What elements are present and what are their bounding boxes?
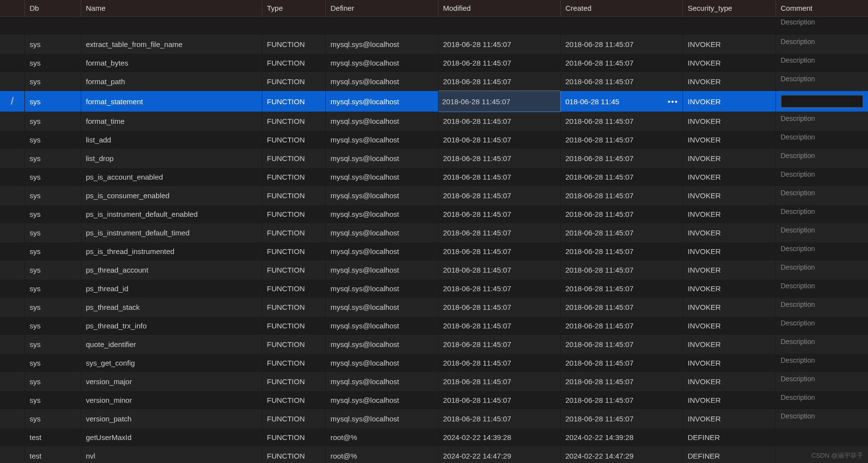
cell-type[interactable]: FUNCTION — [262, 205, 325, 224]
table-row[interactable]: sysps_thread_accountFUNCTIONmysql.sys@lo… — [0, 261, 868, 279]
row-gutter[interactable] — [0, 205, 24, 224]
cell-modified[interactable]: 2018-06-28 11:45:07 — [438, 298, 560, 317]
cell-definer[interactable]: mysql.sys@localhost — [325, 354, 438, 372]
cell-type[interactable]: FUNCTION — [262, 72, 325, 91]
cell-name[interactable]: sys_get_config — [81, 354, 262, 372]
cell-security-type[interactable]: INVOKER — [683, 391, 776, 410]
table-row[interactable]: sysps_is_instrument_default_enabledFUNCT… — [0, 205, 868, 224]
cell-security-type[interactable]: INVOKER — [683, 131, 776, 149]
cell-name[interactable]: format_time — [81, 112, 262, 131]
row-gutter[interactable] — [0, 54, 24, 72]
table-row[interactable]: testgetUserMaxIdFUNCTIONroot@%2024-02-22… — [0, 428, 868, 447]
header-gutter[interactable] — [0, 0, 24, 17]
cell-definer[interactable]: mysql.sys@localhost — [325, 112, 438, 131]
cell-comment[interactable]: Description — [776, 391, 868, 410]
row-gutter[interactable] — [0, 35, 24, 54]
cell-security-type[interactable]: INVOKER — [683, 205, 776, 224]
cell-type[interactable]: FUNCTION — [262, 279, 325, 298]
cell-comment[interactable]: Description — [776, 335, 868, 354]
cell-created[interactable] — [560, 17, 683, 35]
cell-name[interactable]: format_bytes — [81, 54, 262, 72]
cell-modified[interactable]: 2018-06-28 11:45:07 — [438, 168, 560, 186]
cell-name[interactable]: ps_is_account_enabled — [81, 168, 262, 186]
cell-created[interactable]: 2018-06-28 11:45:07 — [560, 168, 683, 186]
cell-definer[interactable]: mysql.sys@localhost — [325, 298, 438, 317]
cell-comment[interactable]: Description — [776, 35, 868, 54]
cell-comment[interactable]: Description — [776, 17, 868, 35]
table-row[interactable]: sysformat_bytesFUNCTIONmysql.sys@localho… — [0, 54, 868, 72]
cell-created[interactable]: 2018-06-28 11:45:07 — [560, 410, 683, 428]
cell-type[interactable]: FUNCTION — [262, 335, 325, 354]
table-row[interactable]: syslist_addFUNCTIONmysql.sys@localhost20… — [0, 131, 868, 149]
cell-definer[interactable]: mysql.sys@localhost — [325, 205, 438, 224]
cell-db[interactable]: sys — [24, 186, 81, 205]
cell-definer[interactable]: mysql.sys@localhost — [325, 224, 438, 242]
cell-comment[interactable]: Description — [776, 354, 868, 372]
cell-name[interactable]: list_drop — [81, 149, 262, 168]
row-gutter[interactable] — [0, 447, 24, 463]
cell-definer[interactable]: root@% — [325, 428, 438, 447]
cell-comment[interactable]: Description — [776, 242, 868, 261]
cell-type[interactable]: FUNCTION — [262, 91, 325, 112]
cell-modified[interactable]: 2018-06-28 11:45:07 — [438, 186, 560, 205]
cell-modified[interactable]: 2018-06-28 11:45:07 — [438, 131, 560, 149]
cell-comment[interactable] — [776, 91, 868, 112]
cell-modified[interactable]: 2018-06-28 11:45:07 — [438, 354, 560, 372]
cell-db[interactable]: sys — [24, 410, 81, 428]
cell-type[interactable]: FUNCTION — [262, 224, 325, 242]
cell-definer[interactable]: root@% — [325, 447, 438, 463]
cell-security-type[interactable]: DEFINER — [683, 447, 776, 463]
cell-definer[interactable]: mysql.sys@localhost — [325, 261, 438, 279]
cell-db[interactable]: sys — [24, 354, 81, 372]
cell-modified[interactable]: 2018-06-28 11:45:07 — [438, 335, 560, 354]
header-type[interactable]: Type — [262, 0, 325, 17]
header-modified[interactable]: Modified — [438, 0, 560, 17]
cell-modified[interactable]: 2024-02-22 14:39:28 — [438, 428, 560, 447]
cell-security-type[interactable]: INVOKER — [683, 149, 776, 168]
table-row[interactable]: syslist_dropFUNCTIONmysql.sys@localhost2… — [0, 149, 868, 168]
cell-created[interactable]: 2018-06-28 11:45:07 — [560, 372, 683, 391]
cell-created[interactable]: 2018-06-28 11:45:07 — [560, 54, 683, 72]
cell-type[interactable]: FUNCTION — [262, 186, 325, 205]
cell-modified[interactable]: 2018-06-28 11:45:07 — [438, 72, 560, 91]
row-gutter[interactable] — [0, 354, 24, 372]
table-row[interactable]: sysps_thread_trx_infoFUNCTIONmysql.sys@l… — [0, 317, 868, 335]
table-row[interactable]: sysps_is_consumer_enabledFUNCTIONmysql.s… — [0, 186, 868, 205]
cell-created[interactable]: 2018-06-28 11:45:07 — [560, 391, 683, 410]
table-row[interactable]: sysquote_identifierFUNCTIONmysql.sys@loc… — [0, 335, 868, 354]
cell-definer[interactable]: mysql.sys@localhost — [325, 242, 438, 261]
table-row[interactable]: sysversion_minorFUNCTIONmysql.sys@localh… — [0, 391, 868, 410]
row-gutter[interactable] — [0, 224, 24, 242]
cell-name[interactable]: nvl — [81, 447, 262, 463]
cell-comment[interactable]: Description — [776, 261, 868, 279]
cell-definer[interactable]: mysql.sys@localhost — [325, 279, 438, 298]
table-row[interactable]: sysversion_patchFUNCTIONmysql.sys@localh… — [0, 410, 868, 428]
cell-db[interactable]: sys — [24, 261, 81, 279]
cell-created[interactable]: 2018-06-28 11:45:07 — [560, 72, 683, 91]
header-comment[interactable]: Comment — [776, 0, 868, 17]
cell-security-type[interactable]: INVOKER — [683, 298, 776, 317]
cell-comment[interactable]: Description — [776, 410, 868, 428]
cell-created[interactable]: 2018-06-28 11:45:07 — [560, 186, 683, 205]
cell-type[interactable]: FUNCTION — [262, 428, 325, 447]
ellipsis-icon[interactable]: ••• — [668, 97, 679, 106]
cell-created[interactable]: 2018-06-28 11:45:07 — [560, 298, 683, 317]
cell-definer[interactable]: mysql.sys@localhost — [325, 35, 438, 54]
cell-name[interactable]: ps_thread_trx_info — [81, 317, 262, 335]
cell-created[interactable]: 2024-02-22 14:47:29 — [560, 447, 683, 463]
header-db[interactable]: Db — [24, 0, 81, 17]
cell-modified[interactable]: 2018-06-28 11:45:07 — [438, 35, 560, 54]
cell-definer[interactable]: mysql.sys@localhost — [325, 372, 438, 391]
table-row[interactable]: sysextract_table_from_file_nameFUNCTIONm… — [0, 35, 868, 54]
cell-comment[interactable]: Description — [776, 224, 868, 242]
comment-edit-box[interactable] — [781, 95, 863, 108]
cell-modified[interactable]: 2018-06-28 11:45:07 — [438, 279, 560, 298]
cell-db[interactable]: sys — [24, 112, 81, 131]
cell-security-type[interactable]: INVOKER — [683, 91, 776, 112]
cell-db[interactable]: sys — [24, 279, 81, 298]
cell-db[interactable]: sys — [24, 35, 81, 54]
cell-type[interactable]: FUNCTION — [262, 54, 325, 72]
cell-security-type[interactable]: INVOKER — [683, 242, 776, 261]
cell-db[interactable]: sys — [24, 335, 81, 354]
cell-db[interactable]: sys — [24, 131, 81, 149]
